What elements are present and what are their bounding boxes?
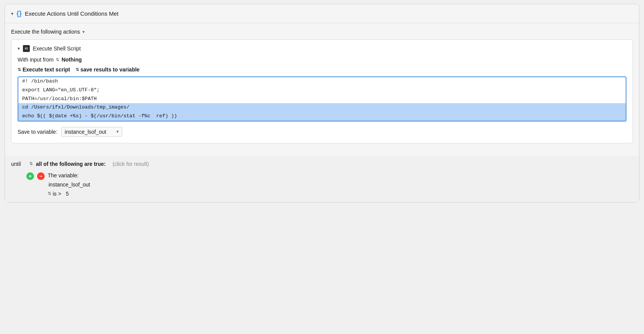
comparison-updown-icon[interactable]: ⇅ bbox=[48, 191, 51, 196]
section-label: Execute the following actions bbox=[11, 29, 80, 35]
until-row: until ⇅ all of the following are true: (… bbox=[11, 161, 633, 167]
input-updown-icon[interactable]: ⇅ bbox=[56, 57, 59, 62]
collapse-chevron-icon[interactable]: ▾ bbox=[11, 11, 13, 16]
conditions-text: all of the following are true: bbox=[36, 161, 106, 167]
code-line-1: #! /bin/bash bbox=[18, 77, 626, 86]
execute-updown-icon[interactable]: ⇅ bbox=[18, 67, 21, 72]
code-line-4: cd /Users/ifxl/Downloads/tmp_images/ bbox=[18, 103, 626, 112]
click-result-text[interactable]: (click for result) bbox=[113, 161, 149, 167]
execute-text-script-option[interactable]: ⇅ Execute text script bbox=[18, 66, 70, 73]
variable-select-chevron-icon[interactable]: ▾ bbox=[117, 129, 119, 134]
save-results-option[interactable]: ⇅ save results to variable bbox=[76, 66, 140, 73]
add-condition-button[interactable]: + bbox=[26, 172, 34, 180]
main-header-title: Execute Actions Until Conditions Met bbox=[25, 10, 118, 17]
inner-header-title: Execute Shell Script bbox=[33, 45, 81, 52]
conditions-updown-icon[interactable]: ⇅ bbox=[29, 161, 33, 166]
variable-select[interactable]: instance_lsof_out ▾ bbox=[61, 127, 122, 137]
inner-collapse-chevron-icon[interactable]: ▾ bbox=[18, 46, 20, 51]
condition-variable-name: instance_lsof_out bbox=[48, 182, 90, 188]
save-updown-icon[interactable]: ⇅ bbox=[76, 67, 79, 72]
section-label-row: Execute the following actions ▾ bbox=[11, 29, 633, 35]
main-header: ▾ {} Execute Actions Until Conditions Me… bbox=[5, 4, 639, 23]
main-body: Execute the following actions ▾ ▾ #! Exe… bbox=[5, 23, 639, 149]
comparison-value: 5 bbox=[66, 191, 69, 197]
the-variable-label: The variable: bbox=[48, 172, 90, 178]
code-editor[interactable]: #! /bin/bash export LANG="en_US.UTF-8"; … bbox=[18, 76, 626, 122]
until-section: until ⇅ all of the following are true: (… bbox=[5, 156, 639, 202]
section-dropdown-chevron-icon[interactable]: ▾ bbox=[83, 29, 85, 34]
with-input-label: With input from bbox=[18, 57, 53, 63]
code-line-5: echo $(( $(date +%s) - $(/usr/bin/stat -… bbox=[18, 112, 626, 121]
input-value[interactable]: Nothing bbox=[61, 57, 82, 63]
execute-option-label: Execute text script bbox=[23, 66, 70, 73]
remove-condition-button[interactable]: − bbox=[37, 172, 45, 180]
code-line-2: export LANG="en_US.UTF-8"; bbox=[18, 86, 626, 95]
save-results-label: save results to variable bbox=[81, 66, 140, 73]
loop-icon: {} bbox=[16, 10, 22, 18]
variable-select-text: instance_lsof_out bbox=[65, 129, 114, 135]
condition-row: + − The variable: instance_lsof_out ⇅ is… bbox=[11, 172, 633, 197]
until-label: until bbox=[11, 161, 26, 167]
input-from-row: With input from ⇅ Nothing bbox=[18, 57, 626, 63]
outer-container: ▾ {} Execute Actions Until Conditions Me… bbox=[0, 4, 644, 203]
inner-block: ▾ #! Execute Shell Script With input fro… bbox=[11, 39, 633, 143]
comparison-label: is > bbox=[53, 191, 61, 197]
save-variable-row: Save to variable: instance_lsof_out ▾ bbox=[18, 127, 626, 137]
code-line-3: PATH=/usr/local/bin:$PATH bbox=[18, 95, 626, 104]
condition-content: The variable: instance_lsof_out ⇅ is > 5 bbox=[48, 172, 90, 197]
options-row: ⇅ Execute text script ⇅ save results to … bbox=[18, 66, 626, 73]
main-block: ▾ {} Execute Actions Until Conditions Me… bbox=[5, 4, 639, 203]
save-variable-label: Save to variable: bbox=[18, 129, 57, 135]
shell-script-icon: #! bbox=[23, 45, 30, 52]
inner-header: ▾ #! Execute Shell Script bbox=[18, 45, 626, 52]
comparison-row: ⇅ is > 5 bbox=[48, 191, 90, 197]
comparison-select[interactable]: ⇅ is > bbox=[48, 191, 61, 197]
